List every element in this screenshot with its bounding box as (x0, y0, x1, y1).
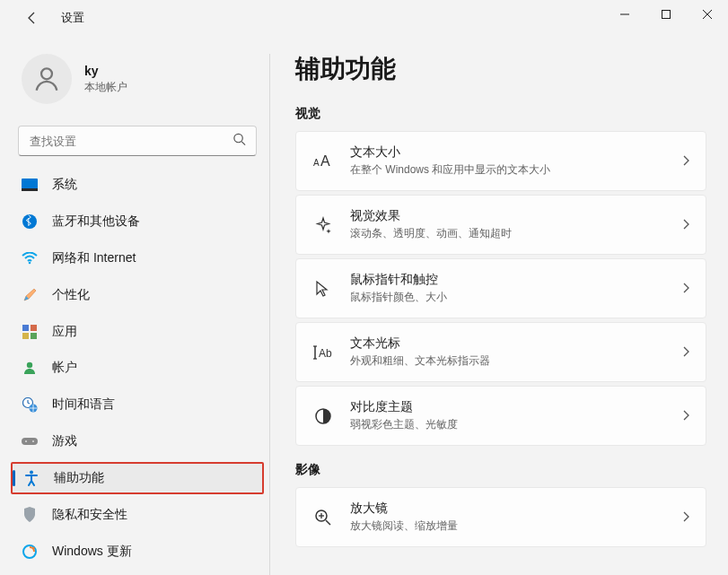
system-icon (22, 177, 38, 193)
sidebar-item-accounts[interactable]: 帐户 (11, 352, 264, 385)
close-icon (703, 10, 712, 19)
card-title: 放大镜 (350, 501, 666, 517)
card-title: 视觉效果 (350, 208, 666, 224)
chevron-right-icon (682, 217, 689, 233)
sidebar-item-label: 蓝牙和其他设备 (52, 213, 140, 230)
sidebar-item-apps[interactable]: 应用 (11, 315, 264, 348)
page-title: 辅助功能 (295, 52, 706, 86)
card-title: 鼠标指针和触控 (350, 272, 666, 288)
card-text-size[interactable]: AA 文本大小 在整个 Windows 和应用中显示的文本大小 (295, 131, 706, 191)
svg-point-18 (32, 440, 34, 442)
search-icon (232, 133, 246, 150)
minimize-icon (620, 10, 629, 19)
nav: 系统 蓝牙和其他设备 网络和 Internet 个性化 应用 帐户 (11, 169, 264, 575)
sidebar: ky 本地帐户 系统 蓝牙和其他设备 网络和 Internet (0, 36, 269, 575)
minimize-button[interactable] (604, 0, 645, 29)
search-input[interactable] (18, 126, 257, 156)
magnifier-icon (312, 507, 334, 528)
maximize-button[interactable] (645, 0, 687, 29)
card-contrast-themes[interactable]: 对比度主题 弱视彩色主题、光敏度 (295, 386, 706, 446)
chevron-right-icon (682, 344, 689, 361)
chevron-right-icon (682, 408, 689, 424)
svg-rect-11 (22, 333, 29, 339)
card-visual-effects[interactable]: 视觉效果 滚动条、透明度、动画、通知超时 (295, 195, 706, 255)
sidebar-item-gaming[interactable]: 游戏 (11, 425, 264, 458)
chevron-right-icon (682, 153, 689, 170)
card-sub: 滚动条、透明度、动画、通知超时 (350, 226, 666, 241)
account-icon (22, 360, 38, 376)
avatar (22, 54, 72, 104)
card-title: 文本光标 (350, 335, 666, 352)
card-sub: 鼠标指针颜色、大小 (350, 290, 666, 305)
cursor-icon (312, 278, 334, 300)
text-size-icon: AA (312, 151, 334, 172)
card-text-cursor[interactable]: Ab 文本光标 外观和粗细、文本光标指示器 (295, 322, 706, 382)
media-card-list: 放大镜 放大镜阅读、缩放增量 (295, 487, 706, 547)
sidebar-item-accessibility[interactable]: 辅助功能 (11, 462, 264, 495)
window-controls (604, 0, 728, 29)
arrow-left-icon (25, 11, 39, 25)
svg-text:Ab: Ab (319, 347, 332, 360)
user-name: ky (84, 64, 127, 78)
user-account-type: 本地帐户 (84, 80, 127, 95)
svg-point-3 (234, 134, 242, 142)
svg-rect-12 (31, 333, 37, 339)
sidebar-item-system[interactable]: 系统 (11, 169, 264, 202)
user-block[interactable]: ky 本地帐户 (11, 47, 264, 120)
sidebar-item-personalization[interactable]: 个性化 (11, 278, 264, 311)
svg-rect-5 (22, 179, 38, 189)
card-magnifier[interactable]: 放大镜 放大镜阅读、缩放增量 (295, 487, 706, 547)
sidebar-item-label: 辅助功能 (54, 470, 104, 486)
clock-globe-icon (22, 396, 38, 413)
apps-icon (22, 324, 38, 340)
card-sub: 放大镜阅读、缩放增量 (350, 518, 666, 534)
svg-rect-16 (22, 438, 38, 445)
svg-point-17 (25, 440, 27, 442)
section-label-media: 影像 (295, 462, 706, 478)
svg-line-29 (326, 520, 330, 525)
chevron-right-icon (682, 281, 689, 297)
update-icon (22, 544, 38, 560)
card-sub: 外观和粗细、文本光标指示器 (350, 353, 666, 369)
svg-point-2 (41, 68, 52, 79)
sidebar-item-bluetooth[interactable]: 蓝牙和其他设备 (11, 205, 264, 239)
sidebar-item-privacy[interactable]: 隐私和安全性 (11, 498, 264, 531)
card-title: 对比度主题 (350, 399, 666, 415)
card-mouse-pointer[interactable]: 鼠标指针和触控 鼠标指针颜色、大小 (295, 258, 706, 318)
section-label-vision: 视觉 (295, 106, 706, 122)
contrast-icon (312, 405, 334, 427)
sidebar-item-windows-update[interactable]: Windows 更新 (11, 535, 264, 568)
svg-point-19 (30, 470, 33, 474)
sidebar-item-time-language[interactable]: 时间和语言 (11, 388, 264, 422)
sidebar-item-label: 帐户 (52, 360, 77, 376)
paintbrush-icon (22, 287, 38, 303)
svg-text:A: A (320, 153, 330, 169)
maximize-icon (662, 10, 671, 19)
text-cursor-icon: Ab (312, 342, 334, 363)
svg-point-13 (27, 362, 32, 368)
sidebar-item-label: 时间和语言 (52, 396, 115, 413)
sidebar-item-label: Windows 更新 (52, 544, 132, 560)
sparkle-icon (312, 214, 334, 236)
sidebar-item-label: 游戏 (52, 433, 77, 449)
card-sub: 在整个 Windows 和应用中显示的文本大小 (350, 162, 666, 178)
main-content: 辅助功能 视觉 AA 文本大小 在整个 Windows 和应用中显示的文本大小 … (270, 36, 728, 575)
sidebar-item-label: 系统 (52, 177, 77, 193)
accessibility-icon (23, 470, 39, 486)
sidebar-item-label: 应用 (52, 324, 77, 340)
gamepad-icon (22, 433, 38, 449)
search-wrap (18, 126, 257, 156)
sidebar-item-network[interactable]: 网络和 Internet (11, 242, 264, 275)
sidebar-item-label: 个性化 (52, 287, 90, 303)
sidebar-item-label: 隐私和安全性 (52, 507, 127, 523)
close-button[interactable] (687, 0, 728, 29)
svg-rect-10 (31, 325, 37, 331)
svg-text:A: A (313, 158, 320, 168)
shield-icon (22, 507, 38, 523)
back-button[interactable] (18, 4, 47, 32)
svg-point-8 (29, 262, 31, 265)
wifi-icon (22, 250, 38, 266)
sidebar-item-label: 网络和 Internet (52, 250, 136, 266)
vision-card-list: AA 文本大小 在整个 Windows 和应用中显示的文本大小 视觉效果 滚动条… (295, 131, 706, 446)
svg-line-4 (241, 142, 245, 145)
